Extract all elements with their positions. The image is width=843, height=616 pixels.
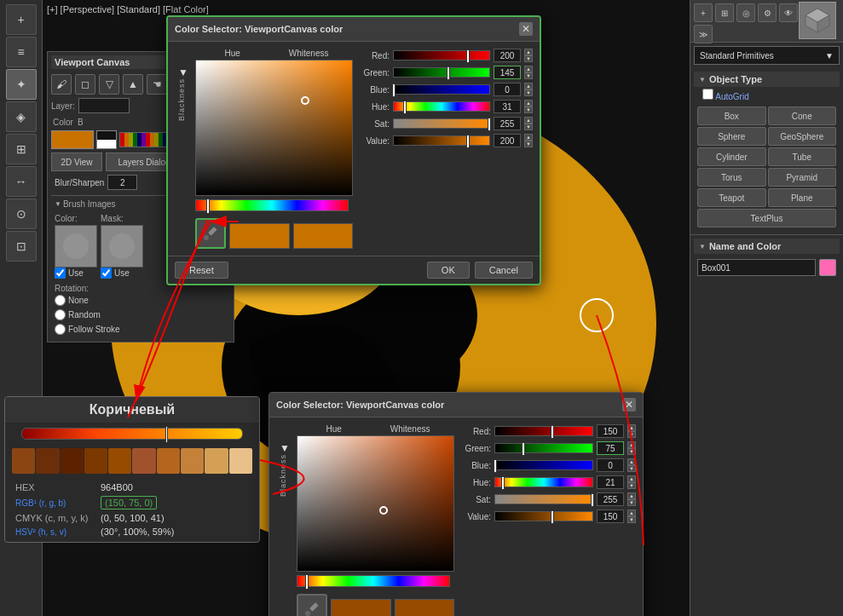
green-value-1[interactable]: 145 bbox=[494, 66, 521, 79]
paint-brush-btn[interactable]: 🖌 bbox=[51, 74, 72, 95]
rt-btn-eye[interactable]: 👁 bbox=[779, 3, 798, 22]
red-value-1[interactable]: 200 bbox=[494, 49, 521, 62]
color-cell-4[interactable] bbox=[84, 448, 107, 474]
red-slider-1[interactable] bbox=[393, 50, 490, 60]
val-spin-down-2[interactable]: ▼ bbox=[627, 516, 636, 523]
red-value-2[interactable]: 150 bbox=[597, 424, 624, 438]
val-value-2[interactable]: 150 bbox=[597, 509, 624, 523]
rt-btn-gear[interactable]: ⚙ bbox=[758, 3, 777, 22]
toolbar-btn-7[interactable]: ⊙ bbox=[6, 199, 37, 229]
green-spin-down-1[interactable]: ▼ bbox=[524, 72, 533, 79]
sat-slider-1[interactable] bbox=[393, 118, 490, 129]
follow-stroke-radio[interactable] bbox=[55, 324, 66, 335]
use-color-checkbox[interactable] bbox=[55, 268, 66, 279]
textplus-btn[interactable]: TextPlus bbox=[697, 209, 836, 227]
hue2-slider-2[interactable] bbox=[494, 477, 593, 487]
hue2-spin-down-2[interactable]: ▼ bbox=[627, 482, 636, 489]
box-btn[interactable]: Box bbox=[697, 107, 766, 125]
blue-slider-1[interactable] bbox=[393, 84, 490, 95]
color-cell-3[interactable] bbox=[61, 448, 84, 474]
blue-value-2[interactable]: 0 bbox=[597, 458, 624, 472]
object-type-header[interactable]: Object Type bbox=[694, 72, 840, 87]
rt-btn-target[interactable]: ◎ bbox=[736, 3, 755, 22]
val-slider-2[interactable] bbox=[494, 511, 593, 521]
toolbar-btn-8[interactable]: ⊡ bbox=[6, 231, 37, 262]
red-spin-down-2[interactable]: ▼ bbox=[627, 431, 636, 438]
sat-slider-2[interactable] bbox=[494, 494, 593, 504]
reset-btn-1[interactable]: Reset bbox=[175, 262, 228, 279]
tube-btn[interactable]: Tube bbox=[768, 147, 837, 166]
color-cell-1[interactable] bbox=[12, 448, 35, 474]
red-spin-up-1[interactable]: ▲ bbox=[524, 49, 533, 55]
val-spin-down-1[interactable]: ▼ bbox=[524, 141, 533, 147]
green-value-2[interactable]: 75 bbox=[597, 441, 624, 455]
torus-btn[interactable]: Torus bbox=[697, 168, 766, 187]
color-cell-2[interactable] bbox=[36, 448, 59, 474]
val-value-1[interactable]: 200 bbox=[494, 134, 521, 147]
object-name-input[interactable] bbox=[697, 259, 816, 276]
toolbar-btn-3[interactable]: ✦ bbox=[6, 69, 37, 100]
use-mask-checkbox[interactable] bbox=[101, 268, 112, 279]
name-and-color-header[interactable]: Name and Color bbox=[694, 239, 840, 254]
blue-spin-down-1[interactable]: ▼ bbox=[524, 89, 533, 96]
val-spin-up-2[interactable]: ▲ bbox=[627, 509, 636, 516]
cylinder-btn[interactable]: Cylinder bbox=[697, 147, 766, 166]
green-spin-down-2[interactable]: ▼ bbox=[627, 448, 636, 455]
plane-btn[interactable]: Plane bbox=[768, 188, 837, 207]
sat-spin-up-1[interactable]: ▲ bbox=[524, 117, 533, 124]
color-cell-9[interactable] bbox=[205, 448, 228, 474]
green-slider-1[interactable] bbox=[393, 67, 490, 78]
color-cell-10[interactable] bbox=[229, 448, 252, 474]
erase-btn[interactable]: ◻ bbox=[75, 74, 95, 95]
hue2-value-1[interactable]: 31 bbox=[494, 100, 521, 113]
color-cell-6[interactable] bbox=[132, 448, 155, 474]
blue-spin-up-1[interactable]: ▲ bbox=[524, 83, 533, 89]
eyedropper-btn-2[interactable] bbox=[297, 594, 327, 616]
hue-slider-1[interactable] bbox=[195, 199, 349, 211]
color-dialog-2-close-btn[interactable]: ✕ bbox=[622, 398, 636, 412]
rt-btn-grid[interactable]: ⊞ bbox=[715, 3, 734, 22]
red-spin-down-1[interactable]: ▼ bbox=[524, 55, 533, 62]
hue2-spin-down-1[interactable]: ▼ bbox=[524, 107, 533, 113]
hue-slider-2[interactable] bbox=[297, 575, 450, 587]
sat-spin-down-1[interactable]: ▼ bbox=[524, 124, 533, 130]
gradient-picker-2[interactable] bbox=[297, 435, 454, 572]
blur-input[interactable] bbox=[107, 175, 137, 190]
autogrid-checkbox[interactable] bbox=[702, 89, 713, 100]
toolbar-btn-4[interactable]: ◈ bbox=[6, 101, 37, 132]
val-spin-up-1[interactable]: ▲ bbox=[524, 134, 533, 141]
random-radio[interactable] bbox=[55, 309, 66, 320]
color-cell-7[interactable] bbox=[157, 448, 180, 474]
sphere-btn[interactable]: Sphere bbox=[697, 127, 766, 146]
ok-btn-1[interactable]: OK bbox=[427, 262, 470, 279]
cone-btn[interactable]: Cone bbox=[768, 107, 837, 125]
paint-fill-btn[interactable]: ▽ bbox=[99, 74, 119, 95]
main-color-swatch[interactable] bbox=[51, 130, 94, 149]
sat-spin-down-2[interactable]: ▼ bbox=[627, 499, 636, 506]
hue2-value-2[interactable]: 21 bbox=[597, 475, 624, 489]
2d-view-btn[interactable]: 2D View bbox=[51, 153, 102, 171]
layer-input[interactable] bbox=[78, 98, 130, 113]
std-primitives-dropdown[interactable]: Standard Primitives ▼ bbox=[694, 46, 840, 65]
color-palette[interactable] bbox=[119, 132, 170, 147]
autogrid-checkbox-row[interactable]: AutoGrid bbox=[694, 87, 840, 103]
red-slider-2[interactable] bbox=[494, 426, 593, 436]
sat-value-1[interactable]: 255 bbox=[494, 117, 521, 130]
cancel-btn-1[interactable]: Cancel bbox=[475, 262, 533, 279]
blue-spin-up-2[interactable]: ▲ bbox=[627, 458, 636, 465]
eyedropper-btn-1[interactable] bbox=[195, 218, 226, 249]
rt-btn-plus[interactable]: + bbox=[694, 3, 713, 22]
toolbar-btn-6[interactable]: ↔ bbox=[6, 166, 37, 197]
geosphere-btn[interactable]: GeoSphere bbox=[768, 127, 837, 146]
hand-btn[interactable]: ☚ bbox=[147, 74, 167, 95]
color-cell-8[interactable] bbox=[181, 448, 204, 474]
red-spin-up-2[interactable]: ▲ bbox=[627, 424, 636, 431]
hue2-spin-up-2[interactable]: ▲ bbox=[627, 475, 636, 482]
green-slider-2[interactable] bbox=[494, 443, 593, 453]
hue2-slider-1[interactable] bbox=[393, 101, 490, 112]
green-spin-up-1[interactable]: ▲ bbox=[524, 66, 533, 72]
blue-slider-2[interactable] bbox=[494, 460, 593, 470]
toolbar-btn-1[interactable]: + bbox=[6, 4, 37, 35]
none-radio[interactable] bbox=[55, 295, 66, 306]
gradient-picker-1[interactable] bbox=[195, 60, 353, 196]
